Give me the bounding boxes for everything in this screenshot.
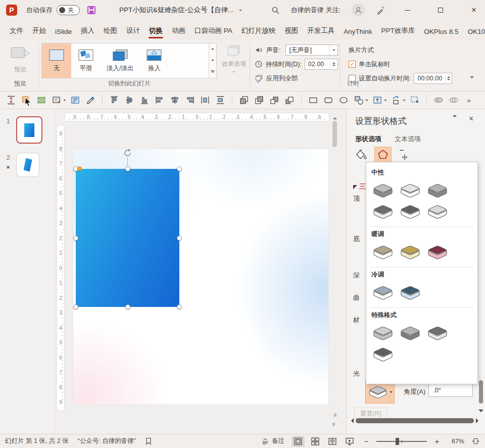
ribbon-tab-13[interactable]: AnyThink — [339, 24, 376, 40]
align-top-icon[interactable] — [108, 94, 120, 106]
save-icon[interactable] — [87, 6, 96, 15]
selected-shape-rectangle[interactable] — [76, 169, 179, 307]
resize-handle-bottom-center[interactable] — [125, 304, 130, 309]
shapes-caret-icon[interactable] — [365, 100, 368, 103]
insert-placeholder-icon[interactable] — [51, 94, 63, 106]
rectangle-icon[interactable] — [307, 94, 319, 106]
account-avatar[interactable] — [352, 4, 365, 17]
ribbon-tab-8[interactable]: 动画 — [167, 22, 190, 40]
horizontal-ruler[interactable]: 9876543210123456789 — [65, 113, 329, 121]
document-title[interactable]: PPT小知识&疑难杂症-公众号【自律... — [119, 6, 234, 15]
preview-button[interactable]: 预览 — [6, 44, 34, 75]
transition-push[interactable]: 推入 — [139, 43, 169, 78]
insert-placeholder-caret-icon[interactable] — [63, 100, 66, 103]
align-middle-icon[interactable] — [123, 94, 135, 106]
ribbon-tab-12[interactable]: 开发工具 — [303, 22, 339, 40]
auto-advance-up-icon[interactable] — [447, 75, 450, 78]
slide-layout-icon[interactable] — [69, 94, 81, 106]
transition-none[interactable]: 无 — [42, 43, 71, 78]
resize-handle-bottom-left[interactable] — [73, 304, 78, 309]
resize-handle-top-center[interactable] — [125, 166, 130, 171]
distribute-vertical-icon[interactable] — [214, 94, 226, 106]
merge-shapes-union-icon[interactable] — [432, 94, 445, 106]
change-shape-icon[interactable] — [390, 94, 402, 106]
ribbon-tab-9[interactable]: 口袋动画 PA — [190, 22, 237, 40]
resize-handle-middle-left[interactable] — [73, 236, 78, 241]
bevel-preset-中性-3[interactable] — [426, 181, 449, 200]
ribbon-tab-2[interactable]: 开始 — [28, 22, 51, 40]
fit-to-window-icon[interactable] — [471, 437, 480, 445]
duration-down-icon[interactable] — [332, 65, 335, 68]
ribbon-tab-7[interactable]: 切换 — [144, 22, 167, 40]
panel-scroll-right-icon[interactable] — [476, 418, 481, 423]
ribbon-tab-3[interactable]: iSlide — [51, 24, 76, 40]
canvas-vertical-scrollbar[interactable]: » » — [331, 112, 338, 433]
rotate-handle-icon[interactable] — [123, 148, 132, 158]
ribbon-tab-6[interactable]: 设计 — [122, 22, 144, 40]
notes-button[interactable]: 备注 — [261, 437, 284, 445]
account-text[interactable]: 自律的音律 关注: — [291, 6, 341, 15]
lasso-select-icon[interactable] — [409, 94, 421, 106]
align-right-icon[interactable] — [184, 94, 196, 106]
align-left-icon[interactable] — [154, 94, 166, 106]
panel-scroll-left-icon[interactable] — [349, 418, 354, 423]
resize-handle-middle-right[interactable] — [177, 236, 182, 241]
title-dropdown-icon[interactable] — [239, 10, 242, 13]
panel-scroll-down-icon[interactable] — [478, 410, 483, 415]
powerpoint-logo-icon[interactable]: P — [6, 5, 17, 16]
zoom-slider[interactable] — [376, 438, 427, 445]
panel-scrollbar-thumb[interactable] — [479, 380, 483, 404]
bevel-preset-冷调-2[interactable] — [399, 283, 422, 302]
slideshow-icon[interactable] — [343, 436, 356, 447]
on-mouse-click-option[interactable]: ✓ 单击鼠标时 — [349, 58, 391, 70]
bevel-preset-特殊格式-1[interactable] — [371, 324, 395, 343]
size-properties-icon[interactable] — [396, 147, 413, 163]
gallery-scroll-down-icon[interactable] — [210, 57, 216, 64]
slide-thumbnail-1[interactable]: 1 — [0, 116, 55, 144]
panel-horizontal-scrollbar[interactable] — [349, 417, 481, 424]
send-to-back-icon[interactable] — [253, 94, 265, 106]
format-painter-icon[interactable] — [84, 94, 96, 106]
duration-spinner[interactable]: 02.00 — [305, 59, 338, 70]
distribute-horizontal-icon[interactable] — [199, 94, 211, 106]
bevel-preset-特殊格式-2[interactable] — [399, 324, 422, 343]
bevel-preset-暖调-1[interactable] — [371, 243, 395, 262]
duration-up-icon[interactable] — [332, 61, 335, 64]
bevel-preset-冷调-1[interactable] — [371, 283, 395, 302]
ribbon-tab-14[interactable]: PPT效率库 — [377, 22, 420, 40]
fit-slide-height-icon[interactable] — [5, 94, 17, 106]
shapes-icon[interactable] — [353, 94, 365, 106]
bevel-preset-特殊格式-3[interactable] — [426, 324, 449, 343]
align-bottom-icon[interactable] — [138, 94, 151, 106]
selection-arrange-icon[interactable] — [20, 94, 32, 106]
ribbon-tab-10[interactable]: 幻灯片放映 — [237, 22, 280, 40]
resize-handle-top-right[interactable] — [177, 166, 182, 171]
on-click-checkbox[interactable]: ✓ — [349, 61, 356, 68]
distribute-table-icon[interactable] — [35, 94, 47, 106]
transition-fade[interactable]: 淡入/淡出 — [101, 43, 139, 78]
ribbon-tab-4[interactable]: 插入 — [76, 22, 99, 40]
minimize-button[interactable] — [396, 0, 418, 20]
search-icon[interactable] — [271, 6, 280, 15]
bookmark-icon[interactable] — [145, 437, 152, 445]
panel-hscrollbar-thumb[interactable] — [356, 418, 474, 423]
gallery-more-icon[interactable] — [210, 69, 216, 76]
previous-slide-icon[interactable]: » — [330, 411, 338, 419]
transition-morph[interactable]: 平滑 — [71, 43, 101, 78]
zoom-in-icon[interactable]: + — [434, 437, 440, 445]
send-backward-icon[interactable] — [283, 94, 296, 106]
bevel-preset-中性-6[interactable] — [426, 202, 449, 221]
bevel-preset-中性-5[interactable] — [399, 202, 422, 221]
sound-dropdown[interactable]: [无声音] — [285, 44, 338, 56]
more-icon[interactable]: » — [463, 94, 475, 106]
collapse-ribbon-icon[interactable] — [470, 78, 474, 86]
autosave-toggle[interactable]: 关 — [57, 5, 80, 15]
text-box-caret-icon[interactable] — [384, 100, 387, 103]
effect-options-button[interactable]: 效果选项 — [220, 44, 248, 76]
ribbon-tab-16[interactable]: OK10 GC — [463, 24, 485, 40]
bring-to-front-icon[interactable] — [238, 94, 250, 106]
close-button[interactable]: × — [463, 0, 485, 20]
ribbon-tab-1[interactable]: 文件 — [5, 22, 28, 40]
zoom-level[interactable]: 67% — [447, 438, 464, 445]
sound-dropdown-caret-icon[interactable] — [329, 45, 337, 55]
